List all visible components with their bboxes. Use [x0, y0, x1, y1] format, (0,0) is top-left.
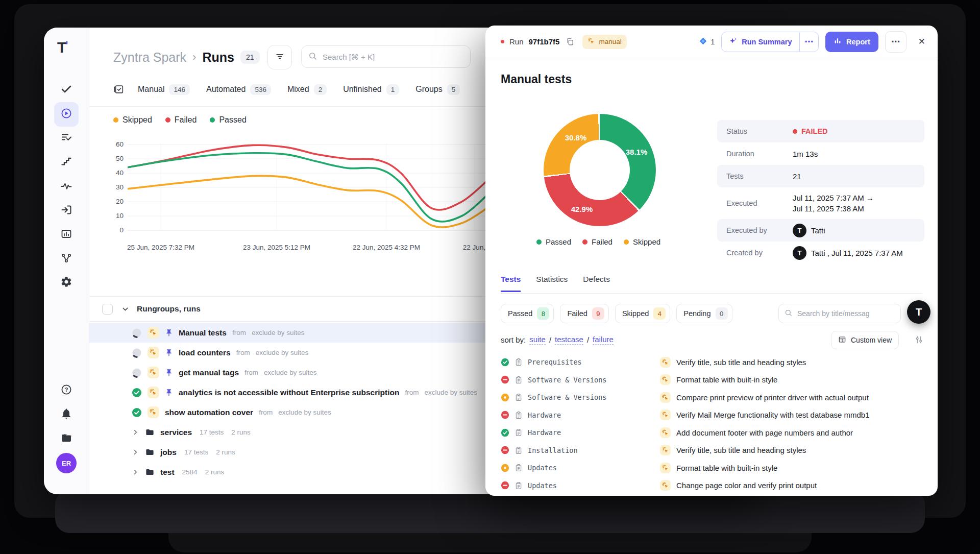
manual-test-icon [660, 357, 671, 368]
bar-chart-icon [60, 228, 72, 242]
sliders-icon[interactable] [914, 335, 924, 345]
legend-label: Passed [546, 237, 571, 246]
run-source: exclude by suites [278, 408, 331, 416]
diamond-icon [699, 37, 707, 47]
chip-label: Pending [683, 309, 710, 318]
chevron-right-icon[interactable] [132, 448, 139, 456]
table-settings-icon [838, 335, 846, 345]
tab-unfinished[interactable]: Unfinished1 [343, 84, 399, 95]
search-input[interactable] [322, 52, 463, 62]
suite-name: Hardware [528, 428, 561, 437]
folder-icon [60, 432, 72, 446]
suite-name: Installation [528, 446, 578, 454]
breadcrumb-project[interactable]: Zyntra Spark [113, 50, 186, 65]
panel-tab-tests[interactable]: Tests [501, 275, 521, 292]
panel-tab-defects[interactable]: Defects [583, 275, 610, 292]
filter-icon [275, 51, 285, 63]
chart-legend: SkippedFailedPassed [113, 115, 247, 125]
support-bubble[interactable]: T [907, 300, 930, 324]
run-stats: StatusFAILEDDuration1m 13sTests21Execute… [717, 120, 924, 264]
user-avatar[interactable]: ER [56, 453, 77, 473]
legend-dot [210, 117, 215, 123]
test-row[interactable]: UpdatesFormat table with built-in style [501, 459, 929, 477]
svg-text:?: ? [65, 387, 68, 393]
status-running-icon [132, 328, 142, 338]
global-search[interactable] [301, 45, 471, 68]
report-button[interactable]: Report [825, 32, 878, 52]
sidebar-item-help[interactable]: ? [54, 378, 79, 403]
test-row[interactable]: PrerequisitesVerify title, sub title and… [501, 353, 929, 371]
test-row[interactable]: Software & VersionsCompare print preview… [501, 389, 929, 406]
sort-by-label: sort by: [501, 335, 526, 344]
sort-separator: / [587, 335, 589, 344]
copy-icon[interactable] [566, 37, 574, 46]
sidebar-item-testcases[interactable] [54, 78, 79, 102]
suite-name: Prerequisites [528, 358, 582, 366]
sort-link-suite[interactable]: suite [529, 335, 546, 345]
chevron-right-icon[interactable] [132, 428, 139, 436]
status-passed-icon [132, 407, 142, 418]
filter-button[interactable] [267, 45, 292, 69]
custom-view-button[interactable]: Custom view [831, 331, 899, 349]
chevron-down-icon[interactable] [121, 305, 130, 314]
sort-link-failure[interactable]: failure [593, 335, 614, 345]
panel-tab-statistics[interactable]: Statistics [536, 275, 568, 292]
stat-value: 1m 13s [793, 150, 818, 158]
test-row[interactable]: InstallationVerify title, sub title and … [501, 442, 929, 460]
y-tick-label: 10 [101, 212, 124, 220]
sidebar-item-runs[interactable] [54, 102, 79, 127]
select-all-checkbox[interactable] [102, 304, 113, 315]
status-passed-icon [501, 428, 509, 437]
sidebar-item-reports[interactable] [54, 223, 79, 247]
legend-label: Failed [592, 237, 612, 246]
x-tick-label: 23 Jun, 2025 5:12 PM [243, 244, 310, 251]
panel-more-button[interactable]: ⋯ [885, 31, 906, 53]
sidebar-item-milestones[interactable] [54, 150, 79, 175]
test-title: Add document footer with page numbers an… [676, 428, 853, 437]
sidebar-item-settings[interactable] [54, 271, 79, 295]
stat-value: Jul 11, 2025 7:37 AM →Jul 11, 2025 7:38 … [793, 187, 874, 219]
test-row[interactable]: UpdatesChange page color and verify prin… [501, 477, 929, 495]
test-row[interactable]: HardwareAdd document footer with page nu… [501, 424, 929, 442]
filter-chip-failed[interactable]: Failed9 [560, 304, 609, 323]
sidebar-item-plans[interactable] [54, 126, 79, 151]
sidebar-item-pulse[interactable] [54, 175, 79, 199]
app-logo[interactable]: T' [57, 39, 78, 57]
chevron-right-icon[interactable] [132, 468, 139, 476]
filter-chip-skipped[interactable]: Skipped4 [615, 304, 670, 323]
sidebar-item-projects[interactable] [54, 427, 79, 451]
sort-link-testcase[interactable]: testcase [555, 335, 583, 345]
test-row[interactable]: Software & VersionsFormat table with bui… [501, 371, 929, 389]
jira-link[interactable]: 1 [699, 37, 715, 47]
select-all-icon[interactable] [113, 84, 125, 95]
tests-search-input[interactable] [796, 309, 895, 318]
tab-count-badge: 1 [386, 84, 400, 95]
run-name: analytics is not accessible without Ente… [179, 388, 399, 397]
run-name: show automation cover [165, 408, 253, 417]
run-type-badge: manual [582, 35, 626, 49]
run-summary-more-button[interactable]: ⋯ [800, 32, 818, 52]
tab-count-badge: 146 [169, 84, 190, 95]
sidebar-item-branches[interactable] [54, 247, 79, 271]
tab-automated[interactable]: Automated536 [206, 84, 271, 95]
tab-groups[interactable]: Groups5 [415, 84, 460, 95]
run-summary-button[interactable]: Run Summary [722, 32, 799, 52]
x-tick-label: 25 Jun, 2025 7:32 PM [127, 244, 194, 251]
x-tick-label: 22 Jun, 2025 4:32 PM [353, 244, 420, 251]
filter-chip-pending[interactable]: Pending0 [676, 304, 732, 323]
run-source: exclude by suites [424, 389, 477, 396]
legend-item-skipped: Skipped [113, 115, 152, 125]
sidebar-item-notifications[interactable] [54, 402, 79, 427]
sidebar-item-import[interactable] [54, 199, 79, 223]
filter-chip-passed[interactable]: Passed8 [501, 304, 554, 323]
sort-controls: sort by:suite/testcase/failure [501, 335, 614, 345]
run-summary-split-button: Run Summary ⋯ [721, 32, 819, 52]
legend-label: Skipped [122, 115, 152, 125]
tests-search[interactable] [778, 304, 901, 323]
close-icon[interactable]: ✕ [916, 34, 927, 49]
tab-manual[interactable]: Manual146 [138, 84, 190, 95]
tab-mixed[interactable]: Mixed2 [287, 84, 327, 95]
steps-icon [60, 155, 72, 170]
test-row[interactable]: HardwareVerify Mail Merge functionality … [501, 406, 929, 424]
status-failed-icon [501, 446, 509, 454]
